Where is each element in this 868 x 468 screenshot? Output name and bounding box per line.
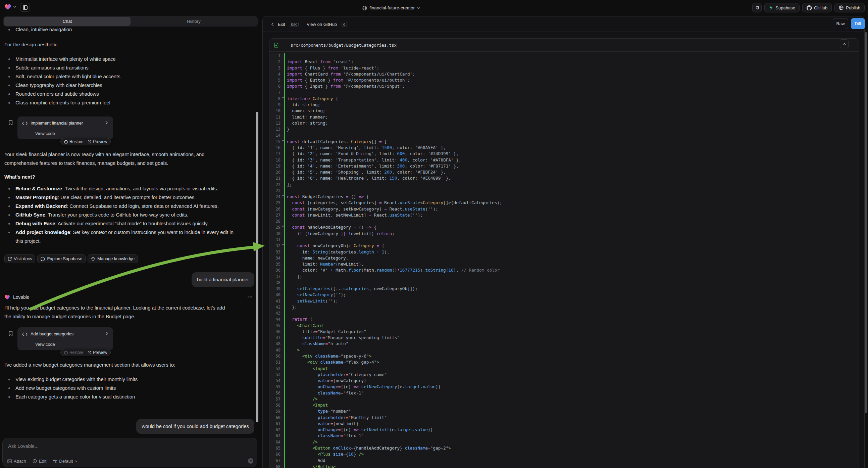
view-on-github-button[interactable]: View on GitHub	[307, 17, 337, 32]
sidebar-toggle-button[interactable]	[20, 3, 30, 12]
lovable-logo-icon[interactable]	[4, 3, 11, 10]
visit-docs-button[interactable]: Visit docs	[4, 255, 35, 263]
exit-chevron-icon	[272, 17, 274, 32]
restore-button[interactable]: Restore	[64, 137, 83, 146]
restore-preview-pill: Restore Preview	[60, 349, 111, 356]
preview-button[interactable]: Preview	[88, 137, 107, 146]
project-switcher[interactable]: financial-future-creator	[362, 0, 420, 16]
line-number: 24	[270, 194, 284, 200]
list-item: Subtle animations and transitions	[4, 63, 254, 72]
code-line: 26 const [newCategory, setNewCategory] =…	[270, 206, 859, 212]
github-icon	[807, 5, 812, 10]
line-number: 37	[270, 273, 284, 280]
target-icon	[33, 459, 37, 463]
project-title: financial-future-creator	[369, 5, 415, 10]
bullet-list: View existing budget categories with the…	[4, 375, 254, 401]
bookmark-icon[interactable]	[9, 331, 13, 336]
line-number: 26	[270, 206, 284, 212]
logo-chevron-down-icon[interactable]	[13, 6, 17, 8]
send-button[interactable]	[248, 458, 253, 464]
assistant-header: Lovable	[4, 293, 254, 301]
arrow-up-icon	[249, 459, 252, 463]
version-card-implement-financial-planner[interactable]: Implement financial planner View code Re…	[18, 117, 113, 139]
line-number: 29	[270, 224, 284, 230]
manage-knowledge-button[interactable]: Manage knowledge	[88, 255, 138, 263]
supabase-icon	[769, 5, 773, 10]
gear-icon	[754, 5, 760, 10]
line-number: 30	[270, 231, 284, 237]
collapse-file-button[interactable]	[840, 39, 848, 48]
line-number: 19	[270, 163, 284, 169]
settings-button[interactable]	[752, 3, 762, 12]
file-header-row[interactable]: src/components/budget/BudgetCategories.t…	[270, 39, 859, 52]
code-line: 40 setNewCategory('');	[270, 292, 859, 298]
line-number: 63	[270, 433, 284, 439]
model-selector[interactable]: Default	[53, 459, 78, 464]
fold-chevron-icon	[281, 195, 284, 196]
code-line: 14	[270, 132, 859, 138]
line-number: 67	[270, 458, 284, 464]
line-number: 66	[270, 451, 284, 457]
line-number: 4	[270, 71, 284, 77]
bullet-list: Refine & Customize: Tweak the design, an…	[4, 184, 254, 245]
list-item: Glass-morphic elements for a premium fee…	[4, 98, 254, 107]
view-code-link[interactable]: View code	[35, 129, 55, 138]
supabase-button[interactable]: Supabase	[764, 3, 800, 12]
code-viewer-header: Exit ESC View on GitHub G Raw Diff	[263, 17, 864, 32]
restore-button[interactable]: Restore	[64, 348, 83, 357]
attach-button[interactable]: Attach	[7, 459, 26, 464]
list-item: Master Prompting: Use clear, detailed, a…	[4, 193, 254, 202]
line-number: 42	[270, 304, 284, 310]
exit-button[interactable]: Exit	[278, 17, 285, 32]
code-line: 25 const [categories, setCategories] = R…	[270, 200, 859, 206]
whats-next-heading: What's next?	[4, 173, 254, 181]
code-line: 60 placeholder="Monthly limit"	[270, 415, 859, 421]
chat-composer[interactable]: Ask Lovable... Attach Edit Default	[2, 438, 257, 467]
line-number: 20	[270, 169, 284, 175]
line-number: 48	[270, 341, 284, 347]
code-line: 27 const [newLimit, setNewLimit] = React…	[270, 212, 859, 218]
line-number: 39	[270, 286, 284, 292]
line-number: 55	[270, 384, 284, 390]
list-item: Soft, neutral color palette with light b…	[4, 72, 254, 81]
more-options-icon[interactable]	[248, 296, 252, 297]
github-button[interactable]: GitHub	[802, 3, 832, 12]
globe-icon	[362, 6, 367, 10]
code-line: 65 <Button onClick={handleAddCategory} c…	[270, 445, 859, 451]
panel-left-icon	[23, 5, 28, 10]
raw-toggle-button[interactable]: Raw	[833, 18, 848, 29]
code-line: 59 type="number"	[270, 408, 859, 414]
bookmark-icon[interactable]	[9, 120, 13, 125]
line-number: 12	[270, 120, 284, 126]
list-item: Clean typography with clear hierarchies	[4, 81, 254, 90]
view-code-link[interactable]: View code	[35, 340, 55, 349]
code-line: 4import ChartCard from '@/components/ui/…	[270, 71, 859, 77]
chat-scroll-area: Clean, intuitive navigation For the desi…	[0, 27, 260, 468]
code-line: 66 <Plus size={16} />	[270, 451, 859, 457]
tab-chat[interactable]: Chat	[4, 17, 130, 26]
code-line: 34 name: newCategory,	[270, 255, 859, 261]
paragraph: Your sleek financial planner is now read…	[4, 150, 254, 168]
code-scrollbar[interactable]	[865, 32, 867, 413]
version-card-add-budget-categories[interactable]: Add budget categories View code Restore …	[18, 327, 113, 350]
code-line: 23	[270, 188, 859, 194]
line-number: 64	[270, 439, 284, 445]
code-line: 22];	[270, 182, 859, 188]
edit-button[interactable]: Edit	[33, 459, 46, 464]
code-line: 7	[270, 90, 859, 96]
code-line: 41 setNewLimit('');	[270, 298, 859, 304]
code-line: 13}	[270, 126, 859, 132]
preview-button[interactable]: Preview	[88, 348, 107, 357]
explore-supabase-button[interactable]: Explore Supabase	[37, 255, 86, 263]
publish-button[interactable]: Publish	[834, 3, 865, 12]
chevron-up-icon	[843, 43, 846, 45]
code-line: 51 <div className="flex gap-4">	[270, 359, 859, 365]
line-number: 5	[270, 77, 284, 83]
chat-scrollbar[interactable]	[256, 112, 258, 422]
tab-history[interactable]: History	[130, 17, 257, 26]
restore-preview-pill: Restore Preview	[60, 138, 111, 145]
knowledge-icon	[91, 257, 95, 261]
line-number: 65	[270, 445, 284, 451]
code-line: 12 color: string;	[270, 120, 859, 126]
diff-toggle-button[interactable]: Diff	[851, 18, 865, 29]
